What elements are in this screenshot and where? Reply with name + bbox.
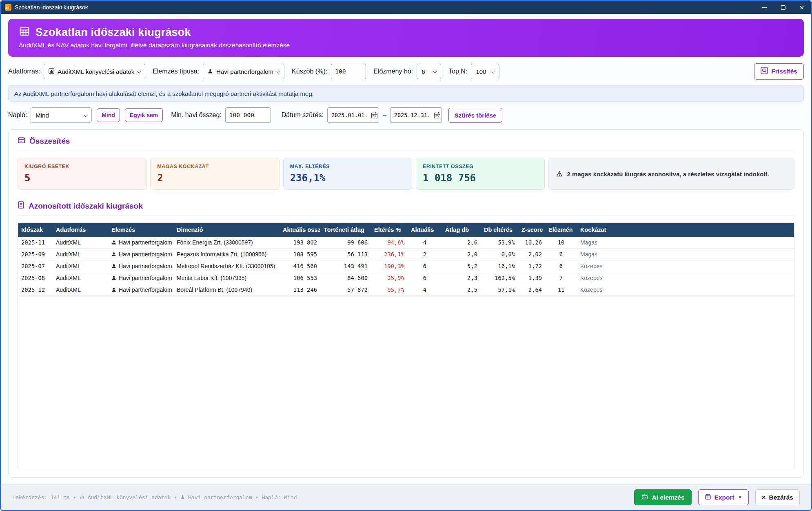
refresh-button[interactable]: Frissítés (754, 63, 804, 80)
ai-analysis-button[interactable]: AI elemzés (634, 489, 691, 505)
cell-count-deviation: 0,0% (481, 249, 518, 260)
warning-icon: ⚠ (556, 170, 562, 178)
column-header-5[interactable]: Történeti átlag (320, 223, 371, 237)
cell-source: AuditXML (53, 237, 108, 249)
column-header-6[interactable]: Eltérés % (371, 223, 408, 237)
datasource-select[interactable]: AuditXML könyvelési adatok (44, 64, 145, 79)
cell-analysis: Havi partnerforgalom (108, 260, 173, 272)
cell-risk: Magas (577, 249, 618, 260)
cell-historical-avg: 143 491 (320, 260, 371, 272)
page-header: Szokatlan időszaki kiugrások AuditXML és… (8, 19, 804, 57)
cell-deviation-pct: 236,1% (371, 249, 408, 260)
cell-avg-count: 2,6 (442, 237, 481, 249)
cell-filler (618, 249, 794, 260)
cell-period: 2025-11 (18, 237, 53, 249)
main-content: Szokatlan időszaki kiugrások AuditXML és… (1, 14, 811, 484)
analysis-type-label: Elemzés típusa: (153, 68, 199, 75)
column-header-0[interactable]: Időszak (18, 223, 53, 237)
section-divider (18, 151, 794, 151)
cell-history-months: 10 (545, 237, 577, 249)
chevron-down-icon (276, 69, 280, 73)
select-all-button[interactable]: Mind (97, 108, 120, 122)
column-header-9[interactable]: Db eltérés (481, 223, 518, 237)
close-dialog-button[interactable]: × Bezárás (755, 489, 800, 505)
history-months-select[interactable]: 6 (417, 64, 441, 79)
summary-card-value: 1 018 756 (423, 172, 538, 184)
refresh-search-icon (761, 67, 768, 76)
minimize-icon (762, 7, 767, 8)
summary-card-0: KIUGRÓ ESETEK5 (18, 158, 146, 190)
journal-value: Mind (35, 112, 49, 119)
column-header-7[interactable]: Aktuális (408, 223, 442, 237)
close-x-icon: × (762, 494, 766, 501)
clear-filter-button[interactable]: Szűrés törlése (448, 108, 503, 123)
summary-cards: KIUGRÓ ESETEK5MAGAS KOCKÁZAT2MAX. ELTÉRÉ… (18, 158, 794, 190)
column-header-12[interactable]: Kockázat (577, 223, 618, 237)
cell-current-count: 6 (408, 272, 442, 284)
cell-history-months: 7 (545, 272, 577, 284)
filter-row-primary: Adatforrás: AuditXML könyvelési adatok E… (8, 63, 804, 80)
person-icon (180, 494, 185, 500)
topn-select[interactable]: 100 (471, 64, 499, 79)
min-amount-input[interactable] (225, 107, 271, 123)
table-row[interactable]: 2025-08AuditXMLHavi partnerforgalomMenta… (18, 272, 794, 284)
cell-current-count: 2 (408, 249, 442, 260)
export-button[interactable]: Export ▼ (698, 489, 749, 505)
cell-dimension: Metropol Rendszerház Kft. (33000105) (173, 260, 280, 272)
column-header-11[interactable]: Előzmén (545, 223, 577, 237)
cell-count-deviation: 53,9% (481, 237, 518, 249)
min-amount-label: Min. havi összeg: (171, 111, 222, 119)
calendar-icon[interactable]: 15 (434, 112, 441, 119)
cell-history-months: 6 (545, 249, 577, 260)
table-row[interactable]: 2025-09AuditXMLHavi partnerforgalomPegaz… (18, 249, 794, 260)
cell-deviation-pct: 25,9% (371, 272, 408, 284)
date-from-field[interactable]: 2025.01.01. 15 (327, 107, 379, 123)
column-header-3[interactable]: Dimenzió (173, 223, 280, 237)
threshold-input[interactable] (331, 64, 366, 79)
title-bar: Szokatlan időszaki kiugrások × (1, 1, 811, 14)
select-none-button[interactable]: Egyik sem (125, 108, 163, 122)
cell-count-deviation: 162,5% (481, 272, 518, 284)
cell-current-amount: 106 553 (280, 272, 320, 284)
cell-risk: Közepes (577, 260, 618, 272)
summary-card-1: MAGAS KOCKÁZAT2 (150, 158, 279, 190)
cell-risk: Magas (577, 237, 618, 249)
summary-card-label: MAX. ELTÉRÉS (290, 164, 405, 169)
column-header-8[interactable]: Átlag db (442, 223, 481, 237)
summary-card-3: ÉRINTETT ÖSSZEG1 018 756 (416, 158, 545, 190)
maximize-button[interactable] (774, 1, 792, 14)
column-header-1[interactable]: Adatforrás (53, 223, 108, 237)
status-journal: Napló: Mind (262, 494, 297, 500)
cell-current-amount: 113 246 (280, 284, 320, 296)
date-to-field[interactable]: 2025.12.31. 15 (390, 107, 442, 123)
close-window-button[interactable]: × (792, 1, 811, 14)
status-bar: Lekérdezés: 141 ms • AuditXML könyvelési… (12, 494, 297, 500)
document-list-icon (18, 201, 24, 211)
person-icon (111, 240, 116, 245)
cell-filler (618, 237, 794, 249)
bar-chart-icon (49, 68, 54, 75)
journal-label: Napló: (8, 111, 27, 119)
page-title: Szokatlan időszaki kiugrások (35, 26, 191, 39)
cell-period: 2025-07 (18, 260, 53, 272)
table-row[interactable]: 2025-12AuditXMLHavi partnerforgalomBoreá… (18, 284, 794, 296)
summary-title: Összesítés (29, 137, 70, 146)
column-header-10[interactable]: Z-score (518, 223, 545, 237)
clear-filter-label: Szűrés törlése (455, 112, 497, 119)
cell-filler (618, 284, 794, 296)
calendar-icon[interactable]: 15 (371, 112, 378, 119)
cell-deviation-pct: 190,3% (371, 260, 408, 272)
outliers-header-row: IdőszakAdatforrásElemzésDimenzióAktuális… (18, 223, 794, 237)
column-header-4[interactable]: Aktuális össze (280, 223, 320, 237)
cell-current-amount: 193 802 (280, 237, 320, 249)
cell-period: 2025-12 (18, 284, 53, 296)
journal-select[interactable]: Mind (31, 107, 92, 123)
minimize-button[interactable] (755, 1, 774, 14)
outliers-section-header: Azonosított időszaki kiugrások (18, 201, 794, 211)
table-row[interactable]: 2025-11AuditXMLHavi partnerforgalomFónix… (18, 237, 794, 249)
column-header-2[interactable]: Elemzés (108, 223, 173, 237)
cell-deviation-pct: 94,6% (371, 237, 408, 249)
status-analysis: Havi partnerforgalom (188, 494, 252, 500)
table-row[interactable]: 2025-07AuditXMLHavi partnerforgalomMetro… (18, 260, 794, 272)
analysis-type-select[interactable]: Havi partnerforgalom (203, 64, 284, 79)
